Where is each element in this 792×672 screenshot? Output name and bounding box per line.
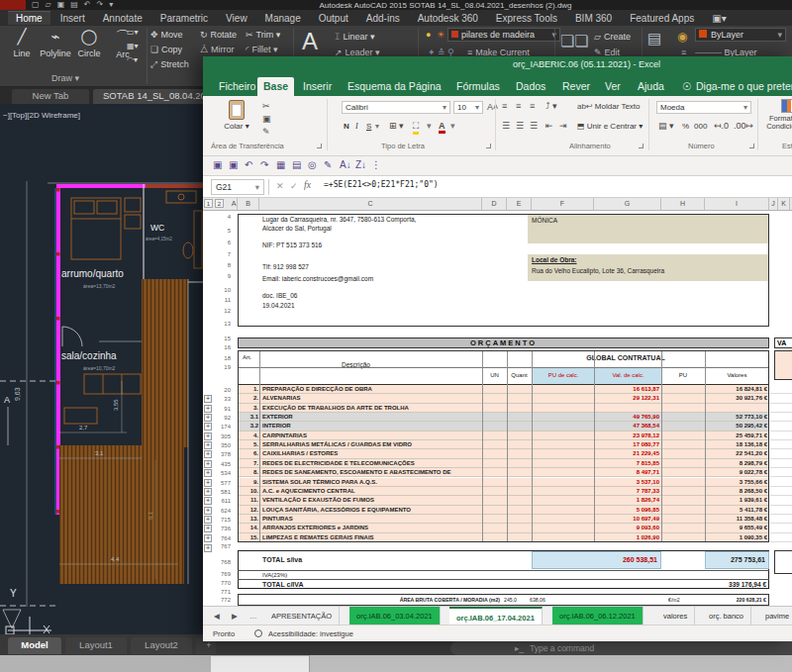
linear-dimension-button[interactable]: ⌶Linear ▾ <box>335 32 374 43</box>
acad-plot-icon[interactable]: ▤ <box>70 0 78 10</box>
bold-button[interactable]: N <box>344 122 349 131</box>
acad-ribbon-tab-home[interactable]: Home <box>8 11 50 25</box>
row-number-15[interactable]: 15 <box>213 336 231 341</box>
acad-ribbon-tab-output[interactable]: Output <box>311 12 356 25</box>
row-number-10[interactable]: 10 <box>213 287 231 293</box>
row-number-20[interactable]: 20 <box>213 387 231 393</box>
table-row[interactable]: 15.LIMPEZAS E REMATES GERAIS FINAIS1 026… <box>238 533 769 542</box>
acad-ribbon-tab-insert[interactable]: Insert <box>52 12 93 25</box>
layer-bulb-icon[interactable]: ● <box>426 30 431 40</box>
object-color-dropdown[interactable]: ByLayer▾ <box>695 28 786 42</box>
save-icon[interactable]: ▣ <box>213 159 222 170</box>
column-header-h[interactable]: H <box>661 198 705 210</box>
draw-panel-label[interactable]: Draw ▾ <box>51 73 79 83</box>
tab-esquema-da-p-gina[interactable]: Esquema da Página <box>342 77 447 96</box>
grow-font-icon[interactable]: A˄ <box>487 102 498 112</box>
acad-drawing-canvas[interactable]: −][Top][2D Wireframe] 9,63 <box>0 104 203 634</box>
fill-color-dropdown-icon[interactable]: ▾ <box>427 121 432 131</box>
outline-expand-button[interactable]: + <box>204 544 212 552</box>
outline-level-1[interactable]: 1 <box>204 199 213 208</box>
outline-expand-button[interactable]: + <box>204 395 212 403</box>
acad-ribbon-tab-annotate[interactable]: Annotate <box>95 12 150 25</box>
outline-expand-button[interactable]: + <box>204 450 212 458</box>
wrap-text-button[interactable]: ab↩ Moldar Texto <box>577 102 641 111</box>
row-number-7[interactable]: 7 <box>213 251 231 257</box>
outline-expand-button[interactable]: + <box>204 479 212 487</box>
layout-tab-layout1[interactable]: Layout1 <box>65 637 127 654</box>
percent-style-button[interactable]: % <box>682 122 689 131</box>
row-number-435[interactable]: 435 <box>213 461 231 467</box>
hatch-tool-icon[interactable]: ▦▾ <box>127 42 139 50</box>
tab-f-rmulas[interactable]: Fórmulas <box>450 77 506 96</box>
acad-ribbon-tab-express-tools[interactable]: Express Tools <box>488 12 565 25</box>
merge-center-button[interactable]: ⬒ Unir e Centrar ▾ <box>577 122 643 131</box>
acad-logo-icon[interactable] <box>0 0 26 10</box>
outline-expand-button[interactable]: + <box>204 525 212 532</box>
align-right-icon[interactable]: ☰ <box>530 121 538 131</box>
row-number-174[interactable]: 174 <box>213 424 231 430</box>
redo-icon[interactable]: ↷ <box>260 159 268 170</box>
row-number-4[interactable]: 4 <box>213 214 231 220</box>
row-number-715[interactable]: 715 <box>213 517 231 523</box>
row-number-16[interactable]: 16 <box>213 344 231 350</box>
table-row[interactable]: 4.CARPINTARIAS23 978,1225 459,71 € <box>238 432 769 440</box>
doc-tab-new[interactable]: New Tab <box>12 89 89 104</box>
wood-deck-strip[interactable] <box>142 279 188 447</box>
comma-style-button[interactable]: 000 <box>694 122 707 131</box>
row-number-772[interactable]: 772 <box>213 597 231 603</box>
row-number-771[interactable]: 771 <box>213 589 231 595</box>
sheet-tab-or-iab-06-17-04-2021[interactable]: orç.IAB.06_17.04.2021 <box>449 607 543 625</box>
table-row[interactable]: 9.SISTEMA SOLAR TÉRMICO PARA A.Q.S.3 537… <box>238 478 769 487</box>
acad-ribbon-tab-manage[interactable]: Manage <box>257 12 309 25</box>
save-as-icon[interactable]: ▣ <box>229 159 238 170</box>
outline-expand-button[interactable]: + <box>204 488 212 496</box>
acad-ribbon-tab-add-ins[interactable]: Add-ins <box>358 12 408 25</box>
more-icon[interactable]: ⋮ <box>371 159 381 170</box>
row-number-92[interactable]: 92 <box>213 415 231 421</box>
row-number-764[interactable]: 764 <box>213 535 231 541</box>
orientation-icon[interactable]: ⤴ ▾ <box>545 101 557 111</box>
font-color-icon[interactable]: A <box>439 121 446 134</box>
layer-dropdown[interactable]: pilares de madeira▾ <box>447 28 560 42</box>
column-header-f[interactable]: F <box>532 198 594 210</box>
acad-undo-icon[interactable]: ↶ <box>84 0 91 10</box>
sheet-tab-or-iab-06-06-12-2021[interactable]: orç.IAB.06_06.12.2021 <box>552 607 644 625</box>
sheet-grid[interactable]: MÓNICA Lugar da Carrasqueira, nr. 3647, … <box>203 211 792 606</box>
cut-icon[interactable]: ✂ <box>262 101 270 111</box>
row-number-33[interactable]: 33 <box>213 396 231 402</box>
row-number-624[interactable]: 624 <box>213 508 231 514</box>
number-format-dropdown[interactable]: Moeda▾ <box>656 101 751 114</box>
accounting-format-icon[interactable]: ▤ ▾ <box>658 121 674 131</box>
sort-desc-icon[interactable]: Z↓ <box>355 159 366 170</box>
align-bottom-icon[interactable]: ≡ <box>530 101 535 111</box>
column-header-c[interactable]: C <box>259 198 482 210</box>
table-row[interactable]: 14.ARRANJOS EXTERIORES e JARDINS9 093,60… <box>238 524 769 532</box>
outline-expand-button[interactable]: + <box>204 414 212 422</box>
properties-palette-icon[interactable]: ▤ <box>647 30 661 48</box>
sheet-nav-more-icon[interactable]: … <box>243 607 264 625</box>
tab-dados[interactable]: Dados <box>510 77 551 96</box>
cancel-icon[interactable]: ✕ <box>276 181 284 191</box>
acad-ribbon-tab-view[interactable]: View <box>218 12 255 25</box>
draw-tool-polyline[interactable]: ⌁Polyline <box>40 28 71 58</box>
tab-base[interactable]: Base <box>257 77 294 96</box>
acad-save-icon[interactable]: ▣ <box>57 0 65 10</box>
sheet-tab-pavime[interactable]: pavime <box>758 607 792 625</box>
borders-icon[interactable]: ⊞ ▾ <box>389 121 404 131</box>
column-header-g[interactable]: G <box>594 198 661 210</box>
sheet-tab-apresenta-o[interactable]: APRESENTAÇÃO <box>264 607 340 625</box>
increase-indent-icon[interactable]: ⇥ <box>559 121 567 131</box>
acad-ribbon-tab-parametric[interactable]: Parametric <box>152 12 216 25</box>
table-row[interactable]: 11.VENTILAÇÃO E EXAUSTÃO DE FUMOS1 826,7… <box>238 496 769 505</box>
undo-icon[interactable]: ↶ <box>245 159 252 170</box>
row-number-12[interactable]: 12 <box>213 308 231 314</box>
modify-tool-rotate[interactable]: ↻Rotate <box>200 30 237 40</box>
draw-tool-circle[interactable]: ◯Circle <box>73 28 105 58</box>
italic-button[interactable]: I <box>355 122 358 131</box>
ellipse-tool-icon[interactable]: ◠▾ <box>127 55 138 64</box>
layout-tab-layout2[interactable]: Layout2 <box>131 637 192 654</box>
outline-expand-button[interactable]: + <box>204 534 212 542</box>
font-size-dropdown[interactable]: 10▾ <box>453 101 483 114</box>
wall-top-red[interactable] <box>146 184 203 188</box>
format-painter-icon[interactable]: ✎ <box>324 159 332 170</box>
